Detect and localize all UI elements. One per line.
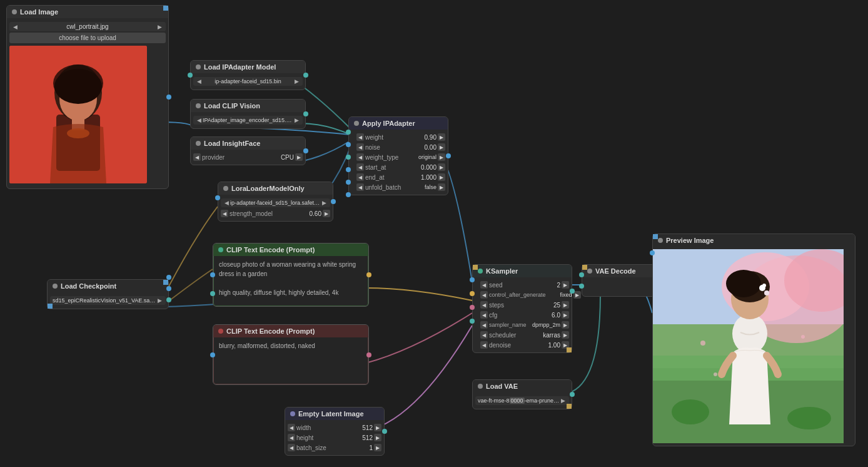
checkpoint-vae-out[interactable] [166,297,171,302]
height-prev-btn[interactable]: ◀ [288,434,295,441]
apply-ipadapter-in2[interactable] [346,142,351,147]
node-resize-handle[interactable] [163,6,168,11]
height-next-btn[interactable]: ▶ [374,434,381,441]
weight-next-btn[interactable]: ▶ [438,133,445,141]
checkpoint-file-row[interactable]: sd15_epiCRealisticVision_v51_VAE.safeten… [50,296,166,305]
wtype-prev-btn[interactable]: ◀ [356,153,364,161]
svg-point-5 [54,69,102,104]
positive-clip-in[interactable] [210,272,215,277]
start-at-row: ◀ start_at 0.000 ▶ [354,162,448,172]
ksampler-model-in[interactable] [470,277,475,282]
width-prev-btn[interactable]: ◀ [288,424,295,431]
negative-output[interactable] [366,352,371,357]
load-vae-header: Load VAE [473,380,572,393]
steps-next-btn[interactable]: ▶ [562,301,569,309]
next-lora-btn[interactable]: ▶ [321,200,328,206]
ksampler-negative-in[interactable] [470,305,475,310]
noise-next-btn[interactable]: ▶ [438,143,445,151]
control-label: control_after_generate [489,292,546,298]
width-next-btn[interactable]: ▶ [374,424,381,431]
start-next-btn[interactable]: ▶ [438,163,445,171]
load-ipadapter-header: Load IPAdapter Model [191,61,305,73]
end-prev-btn[interactable]: ◀ [356,173,364,181]
sampler-prev-btn[interactable]: ◀ [480,321,488,329]
start-prev-btn[interactable]: ◀ [356,163,364,171]
ksampler-positive-in[interactable] [470,291,475,296]
next-vae-btn[interactable]: ▶ [560,398,567,404]
vae-file-row[interactable]: vae-ft-mse-80000-ema-pruned.safetensors … [475,396,569,405]
strength-prev-btn[interactable]: ◀ [221,210,228,217]
preview-input-port[interactable] [650,250,655,255]
negative-prompt-text[interactable]: blurry, malformed, distorted, naked [213,337,368,384]
checkpoint-clip-out[interactable] [166,286,171,291]
ipadapter-file-row[interactable]: ◀ ip-adapter-faceid_sd15.bin ▶ [193,77,303,86]
ipadapter-output-port[interactable] [303,73,308,78]
lora-output-port[interactable] [331,199,336,204]
noise-prev-btn[interactable]: ◀ [356,143,364,151]
provider-next-btn[interactable]: ▶ [295,153,303,161]
provider-prev-btn[interactable]: ◀ [193,153,201,161]
next-ipadapter-btn[interactable]: ▶ [293,78,300,85]
seed-prev-btn[interactable]: ◀ [480,281,488,289]
cfg-next-btn[interactable]: ▶ [562,311,569,319]
prev-ipadapter-btn[interactable]: ◀ [196,78,203,85]
sampler-next-btn[interactable]: ▶ [562,321,569,329]
image-filename: cwl_portrait.jpg [19,23,156,30]
provider-label: provider [202,154,268,161]
unfold-prev-btn[interactable]: ◀ [356,183,364,191]
lora-header: LoraLoaderModelOnly [218,182,333,195]
lora-input-port[interactable] [215,195,220,200]
positive-output[interactable] [366,272,371,277]
control-prev-btn[interactable]: ◀ [480,291,488,299]
upload-button[interactable]: choose file to upload [9,33,166,43]
next-checkpoint-btn[interactable]: ▶ [156,297,163,304]
seed-next-btn[interactable]: ▶ [562,281,569,289]
positive-prompt-text[interactable]: closeup photo of a woman wearing a white… [213,256,368,306]
vae-decode-samples-in[interactable] [579,272,584,277]
end-next-btn[interactable]: ▶ [438,173,445,181]
prev-image-btn[interactable]: ◀ [12,24,19,30]
steps-prev-btn[interactable]: ◀ [480,301,488,309]
ipadapter-input-port[interactable] [188,73,193,78]
denoise-prev-btn[interactable]: ◀ [480,341,488,349]
checkpoint-header: Load Checkpoint [48,280,168,292]
positive-vae-in[interactable] [210,291,215,296]
prev-lora-btn[interactable]: ◀ [223,200,230,206]
latent-output-port[interactable] [382,429,387,434]
clip-positive-node: CLIP Text Encode (Prompt) closeup photo … [213,243,369,307]
apply-ipadapter-in6[interactable] [346,192,351,197]
checkpoint-model-out[interactable] [166,275,171,280]
apply-ipadapter-in4[interactable] [346,167,351,172]
wtype-next-btn[interactable]: ▶ [438,153,445,161]
load-vae-output[interactable] [570,392,575,397]
lora-title: LoraLoaderModelOnly [231,185,305,192]
batch-next-btn[interactable]: ▶ [374,444,381,451]
prev-clip-btn[interactable]: ◀ [196,117,203,123]
ksampler-latent-in[interactable] [470,319,475,324]
image-file-row[interactable]: ◀ cwl_portrait.jpg ▶ [9,22,166,31]
weight-prev-btn[interactable]: ◀ [356,133,364,141]
apply-output-port[interactable] [446,153,451,158]
next-clip-btn[interactable]: ▶ [293,117,300,123]
ksampler-body: ◀ seed 2 ▶ ◀ control_after_generate fixe… [473,277,572,352]
apply-ipadapter-in1[interactable] [346,130,351,135]
vae-decode-vae-in[interactable] [579,284,584,289]
negative-clip-in[interactable] [210,352,215,357]
height-row: ◀ height 512 ▶ [285,433,384,443]
apply-ipadapter-in3[interactable] [346,155,351,160]
cfg-prev-btn[interactable]: ◀ [480,311,488,319]
next-image-btn[interactable]: ▶ [156,24,163,30]
clip-vision-output-port[interactable] [303,111,308,116]
ksampler-output-port[interactable] [570,289,575,294]
apply-ipadapter-in5[interactable] [346,180,351,185]
load-image-output-port[interactable] [166,95,171,100]
scheduler-next-btn[interactable]: ▶ [562,331,569,339]
strength-next-btn[interactable]: ▶ [323,210,330,217]
batch-prev-btn[interactable]: ◀ [288,444,295,451]
clip-vision-file-row[interactable]: ◀ IPAdapter_image_encoder_sd15.safetenso… [193,116,303,125]
scheduler-prev-btn[interactable]: ◀ [480,331,488,339]
unfold-next-btn[interactable]: ▶ [438,183,445,191]
strength-row: ◀ strength_model 0.60 ▶ [218,208,333,218]
lora-file-row[interactable]: ◀ ip-adapter-faceid_sd15_lora.safetensor… [221,198,330,207]
insightface-output-port[interactable] [303,148,308,153]
